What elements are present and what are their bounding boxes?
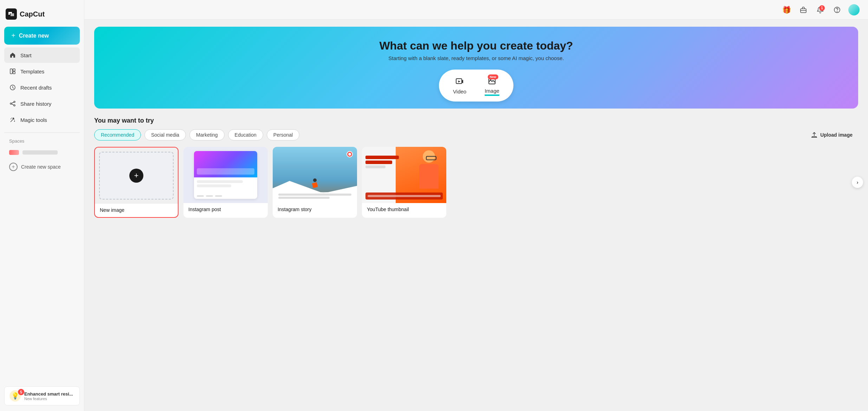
template-grid: + New image — [94, 147, 858, 218]
bell-badge: 1 — [819, 5, 825, 11]
svg-rect-1 — [10, 69, 12, 74]
image-mode-icon: New — [487, 76, 497, 86]
notification-badge: 5 — [18, 389, 24, 395]
create-space-icon: + — [9, 163, 18, 171]
hero-banner: What can we help you create today? Start… — [94, 27, 858, 109]
mode-button-image[interactable]: New Image — [476, 73, 508, 98]
sidebar-item-magic-tools[interactable]: Magic tools — [4, 112, 80, 128]
space-name — [22, 150, 58, 155]
filter-chip-education[interactable]: Education — [228, 129, 263, 141]
sidebar-item-magic-tools-label: Magic tools — [20, 117, 47, 123]
svg-point-11 — [837, 11, 837, 12]
sidebar-bottom: 💡 Enhanced smart resi... New features 5 — [4, 386, 80, 405]
upload-icon — [811, 132, 817, 138]
space-item[interactable] — [4, 146, 80, 158]
magic-icon — [9, 116, 16, 123]
template-label-instagram-post: Instagram post — [183, 203, 268, 216]
create-space-label: Create new space — [21, 164, 61, 170]
share-icon — [9, 100, 16, 107]
sidebar-item-templates-label: Templates — [20, 68, 44, 74]
sidebar-item-share-history[interactable]: Share history — [4, 96, 80, 111]
space-avatar — [9, 150, 19, 155]
svg-rect-2 — [13, 69, 15, 71]
sidebar-item-start[interactable]: Start — [4, 47, 80, 63]
section-title: You may want to try — [94, 117, 858, 124]
templates-wrapper: + New image — [94, 147, 858, 218]
image-mode-label: Image — [485, 88, 499, 95]
hero-subtitle: Starting with a blank slate, ready templ… — [388, 55, 564, 61]
notification-text: Enhanced smart resi... New features — [24, 391, 75, 401]
main-area: 🎁 1 What can we h — [84, 0, 868, 411]
new-badge: New — [488, 74, 499, 79]
user-avatar[interactable] — [848, 4, 860, 15]
video-mode-icon — [455, 77, 465, 86]
sidebar-item-templates[interactable]: Templates — [4, 64, 80, 79]
template-label-instagram-story: Instagram story — [273, 203, 357, 216]
plus-icon: + — [11, 32, 15, 40]
filter-chip-social-media[interactable]: Social media — [144, 129, 186, 141]
spaces-label: Spaces — [4, 137, 80, 146]
home-icon — [9, 52, 16, 59]
sidebar-divider — [4, 132, 80, 133]
create-space-button[interactable]: + Create new space — [4, 159, 80, 175]
template-thumb-new-image: + — [95, 148, 178, 204]
svg-point-7 — [14, 105, 15, 106]
help-button[interactable] — [831, 4, 843, 15]
capcut-logo-icon — [6, 8, 17, 20]
template-thumb-instagram-post — [183, 147, 268, 203]
upload-image-label: Upload image — [820, 132, 853, 138]
template-thumb-instagram-story — [273, 147, 357, 203]
notification-item[interactable]: 💡 Enhanced smart resi... New features 5 — [4, 386, 80, 405]
svg-marker-14 — [458, 80, 460, 83]
template-label-new-image: New image — [95, 204, 178, 217]
create-new-label: Create new — [19, 33, 49, 39]
sidebar: CapCut + Create new Start Templates — [0, 0, 84, 411]
sidebar-item-recent-drafts-label: Recent drafts — [20, 85, 52, 91]
template-card-instagram-post[interactable]: Instagram post — [183, 147, 268, 218]
template-card-youtube-thumbnail[interactable]: YouTube thumbnail — [362, 147, 446, 218]
sidebar-item-recent-drafts[interactable]: Recent drafts — [4, 80, 80, 95]
filter-chip-recommended[interactable]: Recommended — [94, 129, 141, 141]
briefcase-button[interactable] — [798, 4, 809, 15]
logo-area: CapCut — [4, 6, 80, 27]
svg-point-6 — [10, 103, 12, 104]
mode-selector: Video New Image — [439, 70, 513, 102]
content-area: What can we help you create today? Start… — [84, 20, 868, 411]
new-image-placeholder: + — [99, 152, 174, 200]
app-name: CapCut — [20, 10, 45, 18]
new-image-plus-icon: + — [129, 169, 143, 183]
template-card-instagram-story[interactable]: Instagram story — [273, 147, 357, 218]
upload-image-button[interactable]: Upload image — [805, 129, 858, 141]
svg-point-5 — [14, 101, 15, 103]
template-card-new-image[interactable]: + New image — [94, 147, 179, 218]
notification-bell-button[interactable]: 1 — [815, 4, 826, 15]
filter-bar: Recommended Social media Marketing Educa… — [94, 129, 858, 141]
hero-title: What can we help you create today? — [379, 39, 573, 52]
create-new-button[interactable]: + Create new — [4, 27, 80, 45]
notification-title: Enhanced smart resi... — [24, 391, 75, 397]
notification-subtitle: New features — [24, 397, 75, 401]
templates-icon — [9, 68, 16, 75]
filter-chip-personal[interactable]: Personal — [267, 129, 299, 141]
svg-rect-3 — [13, 72, 15, 74]
template-label-youtube-thumbnail: YouTube thumbnail — [362, 203, 446, 216]
sidebar-item-start-label: Start — [20, 52, 32, 58]
filter-chip-marketing[interactable]: Marketing — [189, 129, 224, 141]
sidebar-item-share-history-label: Share history — [20, 101, 51, 107]
mode-button-video[interactable]: Video — [445, 74, 475, 97]
gift-button[interactable]: 🎁 — [781, 4, 792, 15]
next-arrow[interactable]: › — [852, 177, 863, 188]
template-thumb-youtube — [362, 147, 446, 203]
header: 🎁 1 — [84, 0, 868, 20]
clock-icon — [9, 84, 16, 91]
video-mode-label: Video — [453, 89, 466, 94]
